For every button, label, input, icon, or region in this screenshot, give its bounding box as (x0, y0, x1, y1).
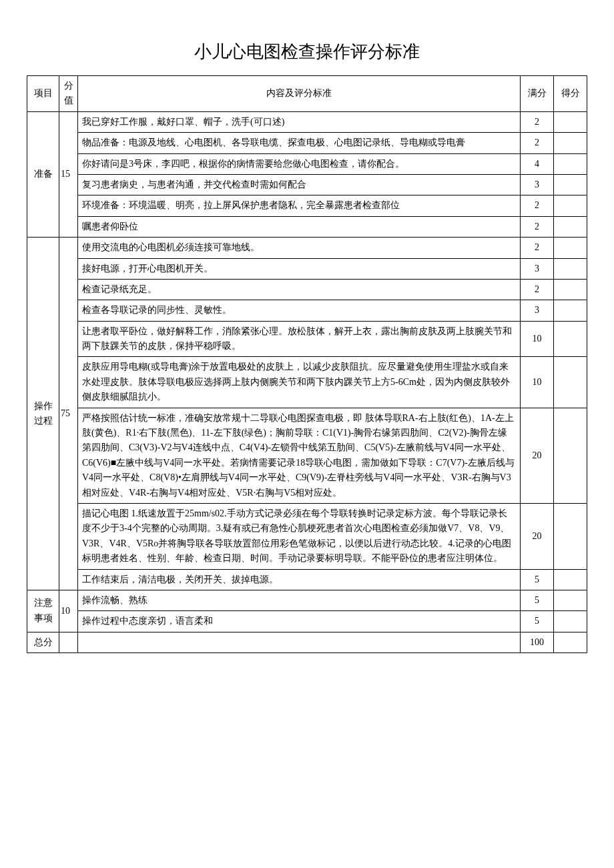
full-score-cell: 3 (521, 300, 554, 321)
full-score-cell: 2 (521, 279, 554, 300)
value-cell: 10 (59, 590, 78, 632)
content-cell: 复习患者病史，与患者沟通，并交代检查时需如何配合 (78, 174, 521, 195)
value-cell: 15 (59, 111, 78, 237)
full-score-cell: 2 (521, 238, 554, 258)
table-row: 你好请问是3号床，李四吧，根据你的病情需要给您做心电图检查，请你配合。4 (27, 153, 587, 174)
table-header-row: 项目 分值 内容及评分标准 满分 得分 (27, 76, 587, 112)
table-row: 操作过程75使用交流电的心电图机必须连接可靠地线。2 (27, 238, 587, 258)
header-full: 满分 (521, 76, 554, 112)
score-cell (554, 174, 587, 195)
content-cell: 工作结束后，清洁电极，关闭开关、拔掉电源。 (78, 569, 521, 590)
table-row: 注意事项10操作流畅、熟练5 (27, 590, 587, 610)
table-row: 接好电源，打开心电图机开关。3 (27, 258, 587, 279)
header-score: 得分 (554, 76, 587, 112)
content-cell: 使用交流电的心电图机必须连接可靠地线。 (78, 238, 521, 258)
content-cell: 我已穿好工作服，戴好口罩、帽子，洗手(可口述) (78, 111, 521, 132)
total-full-cell: 100 (521, 632, 554, 653)
content-cell: 检查记录纸充足。 (78, 279, 521, 300)
full-score-cell: 5 (521, 611, 554, 632)
score-cell (554, 279, 587, 300)
table-row: 嘱患者仰卧位2 (27, 216, 587, 237)
total-score-cell (554, 632, 587, 653)
full-score-cell: 2 (521, 133, 554, 153)
full-score-cell: 4 (521, 153, 554, 174)
content-cell: 操作过程中态度亲切，语言柔和 (78, 611, 521, 632)
content-cell: 检查各导联记录的同步性、灵敏性。 (78, 300, 521, 321)
page-title: 小儿心电图检查操作评分标准 (27, 40, 587, 63)
content-cell: 操作流畅、熟练 (78, 590, 521, 610)
table-row: 工作结束后，清洁电极，关闭开关、拔掉电源。5 (27, 569, 587, 590)
table-row: 描记心电图 1.纸速放置于25mm/s02.手动方式记录必须在每个导联转换时记录… (27, 503, 587, 569)
table-row: 皮肤应用导电糊(或导电膏)涂于放置电极处的皮肤上，以减少皮肤阻抗。应尽量避免使用… (27, 357, 587, 408)
score-cell (554, 258, 587, 279)
full-score-cell: 2 (521, 195, 554, 216)
score-cell (554, 611, 587, 632)
header-category: 项目 (27, 76, 59, 112)
content-cell: 接好电源，打开心电图机开关。 (78, 258, 521, 279)
category-cell: 操作过程 (27, 238, 59, 590)
score-cell (554, 216, 587, 237)
table-row: 复习患者病史，与患者沟通，并交代检查时需如何配合3 (27, 174, 587, 195)
full-score-cell: 5 (521, 569, 554, 590)
content-cell: 你好请问是3号床，李四吧，根据你的病情需要给您做心电图检查，请你配合。 (78, 153, 521, 174)
score-cell (554, 590, 587, 610)
content-cell: 嘱患者仰卧位 (78, 216, 521, 237)
header-content: 内容及评分标准 (78, 76, 521, 112)
full-score-cell: 10 (521, 357, 554, 408)
table-row: 让患者取平卧位，做好解释工作，消除紧张心理。放松肢体，解开上衣，露出胸前皮肤及两… (27, 321, 587, 357)
score-cell (554, 111, 587, 132)
content-cell: 描记心电图 1.纸速放置于25mm/s02.手动方式记录必须在每个导联转换时记录… (78, 503, 521, 569)
content-cell: 皮肤应用导电糊(或导电膏)涂于放置电极处的皮肤上，以减少皮肤阻抗。应尽量避免使用… (78, 357, 521, 408)
total-row: 总分100 (27, 632, 587, 653)
score-cell (554, 153, 587, 174)
category-cell: 准备 (27, 111, 59, 237)
value-cell: 75 (59, 238, 78, 590)
category-cell: 注意事项 (27, 590, 59, 632)
content-cell: 让患者取平卧位，做好解释工作，消除紧张心理。放松肢体，解开上衣，露出胸前皮肤及两… (78, 321, 521, 357)
full-score-cell: 3 (521, 258, 554, 279)
score-cell (554, 503, 587, 569)
table-row: 准备15我已穿好工作服，戴好口罩、帽子，洗手(可口述)2 (27, 111, 587, 132)
content-cell: 环境准备：环境温暖、明亮，拉上屏风保护患者隐私，完全暴露患者检查部位 (78, 195, 521, 216)
full-score-cell: 10 (521, 321, 554, 357)
table-row: 物品准备：电源及地线、心电图机、各导联电缆、探查电极、心电图记录纸、导电糊或导电… (27, 133, 587, 153)
full-score-cell: 3 (521, 174, 554, 195)
score-cell (554, 195, 587, 216)
total-value-cell (59, 632, 78, 653)
total-label-cell: 总分 (27, 632, 59, 653)
table-row: 检查记录纸充足。2 (27, 279, 587, 300)
header-value: 分值 (59, 76, 78, 112)
table-row: 操作过程中态度亲切，语言柔和5 (27, 611, 587, 632)
scoring-table: 项目 分值 内容及评分标准 满分 得分 准备15我已穿好工作服，戴好口罩、帽子，… (27, 75, 587, 653)
content-cell: 严格按照估计统一标准，准确安放常规十二导联心电图探查电极，即 肢体导联RA-右上… (78, 408, 521, 503)
score-cell (554, 133, 587, 153)
score-cell (554, 321, 587, 357)
total-content-cell (78, 632, 521, 653)
score-cell (554, 238, 587, 258)
score-cell (554, 357, 587, 408)
score-cell (554, 408, 587, 503)
full-score-cell: 5 (521, 590, 554, 610)
score-cell (554, 569, 587, 590)
content-cell: 物品准备：电源及地线、心电图机、各导联电缆、探查电极、心电图记录纸、导电糊或导电… (78, 133, 521, 153)
full-score-cell: 2 (521, 216, 554, 237)
full-score-cell: 20 (521, 408, 554, 503)
score-cell (554, 300, 587, 321)
full-score-cell: 20 (521, 503, 554, 569)
full-score-cell: 2 (521, 111, 554, 132)
table-row: 严格按照估计统一标准，准确安放常规十二导联心电图探查电极，即 肢体导联RA-右上… (27, 408, 587, 503)
table-row: 检查各导联记录的同步性、灵敏性。3 (27, 300, 587, 321)
table-row: 环境准备：环境温暖、明亮，拉上屏风保护患者隐私，完全暴露患者检查部位2 (27, 195, 587, 216)
